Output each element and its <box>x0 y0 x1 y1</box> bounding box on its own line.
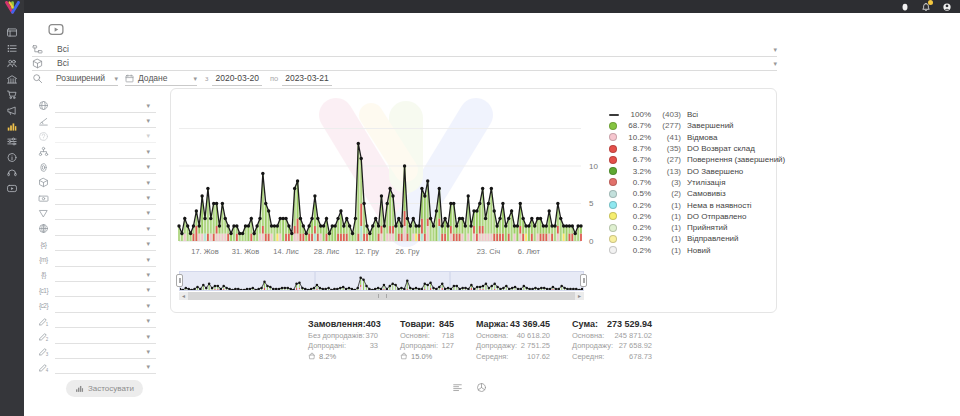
profile-icon[interactable] <box>942 2 952 12</box>
legend-item[interactable]: 0.2% (1) Нема в наявності <box>609 199 773 210</box>
sidebar-item-analytics[interactable] <box>6 121 18 132</box>
svg-text:5: 5 <box>589 199 594 208</box>
stat-value: 845 <box>439 319 454 329</box>
video-tutorial-button[interactable] <box>45 21 67 38</box>
sidebar-item-video[interactable] <box>6 183 18 194</box>
app-logo-icon[interactable] <box>4 1 21 14</box>
filter-panel-row[interactable]: 3 ▾ <box>38 344 156 359</box>
chart-navigator[interactable]: ◂ ▸ <box>179 271 584 301</box>
sidebar-item-cart[interactable] <box>6 89 18 100</box>
filter-panel-row[interactable]: {t} ▾ <box>38 267 156 282</box>
product-box-icon <box>32 58 43 69</box>
legend-item[interactable]: 6.7% (27) Повернення (завершений) <box>609 154 773 165</box>
sidebar-item-orders[interactable] <box>6 43 18 54</box>
list-view-icon[interactable] <box>452 382 463 393</box>
filter-panel-select[interactable]: ▾ <box>55 345 156 359</box>
filter-panel-row[interactable]: ▾ <box>38 190 156 205</box>
filter-panel-select[interactable]: ▾ <box>55 299 156 313</box>
legend-item[interactable]: 0.5% (2) Самовивіз <box>609 188 773 199</box>
stat-upsell-percent: 15.0% <box>411 352 432 361</box>
legend-item[interactable]: 0.2% (1) Новий <box>609 245 773 256</box>
filter-panel-select[interactable]: ▾ <box>55 99 156 113</box>
sidebar-item-integrations[interactable] <box>6 136 18 147</box>
filter-panel-select[interactable]: ▾ <box>55 268 156 282</box>
legend-item[interactable]: 0.2% (1) Відправлений <box>609 233 773 244</box>
filter-panel-row[interactable]: 2 ▾ <box>38 329 156 344</box>
chevron-down-icon: ▾ <box>146 271 150 278</box>
sidebar-item-support[interactable] <box>6 167 18 178</box>
legend-item[interactable]: 10.2% (41) Відмова <box>609 132 773 143</box>
filter-panel-row[interactable]: 1 ▾ <box>38 313 156 328</box>
filter-panel-select[interactable]: ▾ <box>55 314 156 328</box>
scroll-right-arrow[interactable]: ▸ <box>575 292 584 300</box>
product-filter-select[interactable]: Всі ▾ <box>32 56 777 71</box>
filter-panel-row[interactable]: ▾ <box>38 144 156 159</box>
legend-item[interactable]: 68.7% (277) Завершений <box>609 120 773 131</box>
apply-button[interactable]: Застосувати <box>66 380 143 397</box>
navigator-left-handle[interactable] <box>176 274 183 287</box>
legend-swatch-icon <box>609 156 617 164</box>
filter-panel-row[interactable]: {c2} ▾ <box>38 298 156 313</box>
legend-item[interactable]: 3.2% (13) DO Завершено <box>609 165 773 176</box>
bell-icon[interactable] <box>921 2 931 12</box>
filter-panel-row[interactable]: ▾ <box>38 206 156 221</box>
sidebar-item-marketing[interactable] <box>6 105 18 116</box>
filter-panel-select[interactable]: ▾ <box>55 330 156 344</box>
svg-text:26. Гру: 26. Гру <box>395 247 419 256</box>
chevron-down-icon: ▾ <box>146 317 150 324</box>
filter-panel-row[interactable]: ▾ <box>38 221 156 236</box>
filter-panel-select[interactable]: ▾ <box>55 191 156 205</box>
filter-panel-select[interactable]: ▾ <box>55 129 156 143</box>
filter-panel-row[interactable]: ▾ <box>38 160 156 175</box>
filter-panel-row[interactable]: {c1} ▾ <box>38 283 156 298</box>
sidebar-item-info[interactable] <box>6 152 18 163</box>
filter-panel-select[interactable]: ▾ <box>55 206 156 220</box>
legend-item[interactable]: 0.2% (1) DO Отправлено <box>609 211 773 222</box>
legend-item[interactable]: 100% (403) Всі <box>609 109 773 120</box>
sphere-icon[interactable] <box>476 382 487 393</box>
filter-panel-row[interactable]: ▾ <box>38 113 156 128</box>
legend-item[interactable]: 0.2% (1) Прийнятий <box>609 222 773 233</box>
category-filter-select[interactable]: Всі ▾ <box>32 42 777 57</box>
filter-panel-select[interactable]: ▾ <box>55 114 156 128</box>
web-icon <box>38 223 49 234</box>
legend-label: Нема в наявності <box>687 201 752 210</box>
user-icon[interactable] <box>900 2 910 12</box>
filter-panel-row[interactable]: 4 ▾ <box>38 360 156 375</box>
filter-panel-select[interactable]: ▾ <box>55 222 156 236</box>
sidebar-item-clients[interactable] <box>6 58 18 69</box>
legend-item[interactable]: 0.7% (3) Утилізація <box>609 177 773 188</box>
filter-panel-select[interactable]: ▾ <box>55 145 156 159</box>
filter-panel-select[interactable]: ▾ <box>55 176 156 190</box>
filter-panel-select[interactable]: ▾ <box>55 237 156 251</box>
search-icon[interactable] <box>32 73 43 84</box>
navigator-scrollbar[interactable]: ◂ ▸ <box>179 292 584 300</box>
svg-text:14. Лис: 14. Лис <box>273 247 299 256</box>
legend-label: DO Завершено <box>687 167 743 176</box>
search-mode-select[interactable]: Розширений ▾ <box>56 72 118 86</box>
legend-swatch-icon <box>609 212 617 220</box>
legend-count: (41) <box>651 133 681 142</box>
scrollbar-thumb[interactable] <box>188 292 575 300</box>
legend-item[interactable]: 8.7% (35) DO Возврат склад <box>609 143 773 154</box>
filter-panel-select[interactable]: ▾ <box>55 283 156 297</box>
sidebar-item-dashboard[interactable] <box>6 27 18 38</box>
sidebar-item-warehouse[interactable] <box>6 74 18 85</box>
filter-panel-select[interactable]: ▾ <box>55 360 156 374</box>
date-field-select[interactable]: Додане ▾ <box>125 72 197 86</box>
navigator-right-handle[interactable] <box>580 274 587 287</box>
chevron-down-icon: ▾ <box>146 256 150 263</box>
filter-panel-select[interactable]: ▾ <box>55 160 156 174</box>
filter-panel-row[interactable]: ▾ <box>38 98 156 113</box>
summary-stats: Замовлення: 403 Без допродажів:370Допрод… <box>308 318 652 362</box>
date-from-input[interactable]: 2020-03-20 <box>212 71 261 86</box>
scroll-left-arrow[interactable]: ◂ <box>179 292 188 300</box>
topbar <box>0 0 960 13</box>
filter-panel-row[interactable]: ▾ <box>38 129 156 144</box>
apply-button-label: Застосувати <box>88 384 134 393</box>
filter-panel-row[interactable]: {s} ▾ <box>38 237 156 252</box>
filter-panel-row[interactable]: {m} ▾ <box>38 252 156 267</box>
filter-panel-row[interactable]: ▾ <box>38 175 156 190</box>
date-to-input[interactable]: 2023-03-21 <box>282 71 331 86</box>
filter-panel-select[interactable]: ▾ <box>55 253 156 267</box>
